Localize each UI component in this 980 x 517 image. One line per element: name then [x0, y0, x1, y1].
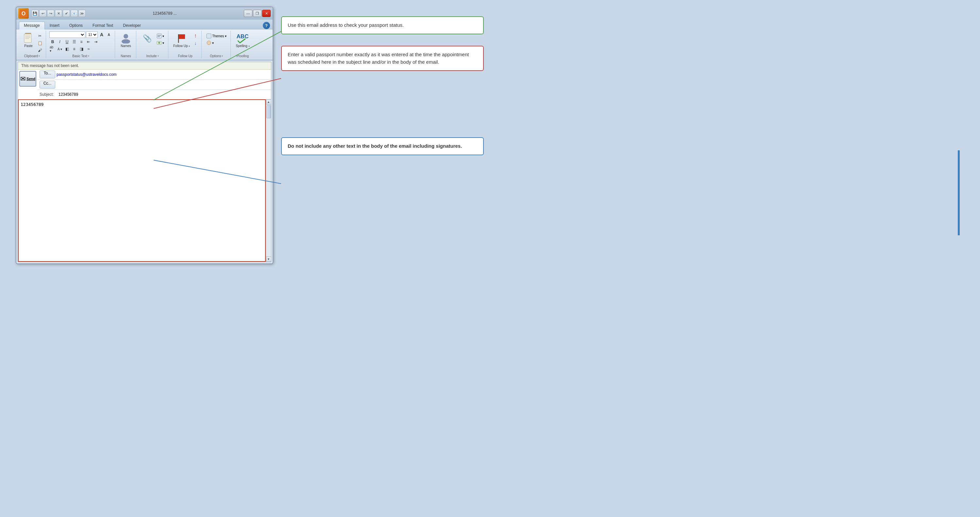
redo-quick-btn[interactable]: ↪ [47, 10, 54, 17]
compose-header: ✉ Send To... Cc... Subject: [18, 70, 271, 99]
message-area: This message has not been sent. ✉ Send T… [18, 62, 271, 262]
outdent-button[interactable]: ⇤ [85, 38, 92, 45]
align-center-button[interactable]: ≡ [71, 46, 78, 52]
options-btn-2[interactable]: ▾ [205, 40, 228, 46]
font-family-select[interactable] [49, 31, 85, 38]
svg-rect-10 [157, 33, 161, 38]
help-button[interactable]: ? [263, 22, 270, 29]
send-btn-label: Send [27, 77, 35, 81]
attach-file-button[interactable]: 📎 [140, 31, 154, 45]
underline-button[interactable]: U [64, 38, 70, 45]
high-priority-button[interactable]: ! [192, 33, 199, 39]
send-button[interactable]: ✉ Send [19, 71, 36, 87]
low-priority-button[interactable]: ↓ [192, 40, 199, 46]
check-quick-btn[interactable]: ✔ [63, 10, 70, 17]
align-left-button[interactable]: ◧ [64, 46, 70, 52]
tab-insert[interactable]: Insert [45, 22, 64, 29]
font-size-select[interactable]: 11 [86, 31, 98, 38]
scroll-thumb[interactable] [266, 105, 271, 118]
copy-button[interactable]: 📋 [37, 40, 43, 46]
svg-text:↓: ↓ [194, 41, 197, 46]
clipboard-expand-icon[interactable]: ▾ [38, 54, 40, 57]
spelling-button[interactable]: ABC Spelling ▾ [234, 31, 251, 49]
tab-message[interactable]: Message [19, 22, 45, 29]
outlook-window: O 💾 ↩ ↪ ✕ ✔ 📧 ≫ 123456789 ... — ❐ ✕ Mess… [16, 6, 273, 264]
to-button[interactable]: To... [40, 71, 55, 78]
tab-options[interactable]: Options [64, 22, 88, 29]
address-fields: To... Cc... Subject: [38, 70, 271, 99]
spelling-label: Spelling ▾ [236, 44, 250, 48]
italic-button[interactable]: I [57, 38, 63, 45]
numbered-list-button[interactable]: ≡ [78, 38, 85, 45]
svg-text:📎: 📎 [143, 34, 152, 43]
svg-point-20 [207, 41, 211, 45]
annotation-blue-box: Do not include any other text in the bod… [281, 137, 484, 155]
insert-item-2-button[interactable]: ▾ [155, 40, 165, 46]
restore-button[interactable]: ❐ [253, 10, 261, 17]
delete-quick-btn[interactable]: ✕ [55, 10, 62, 17]
scroll-up-button[interactable]: ▲ [266, 99, 271, 105]
outlook-logo: O [18, 8, 29, 19]
highlight-button[interactable]: ab ▾ [49, 46, 56, 52]
proofing-group-label: Proofing [237, 54, 249, 58]
names-icon [120, 32, 132, 44]
increase-font-button[interactable]: A [99, 31, 105, 38]
follow-up-label: Follow Up ▾ [173, 44, 190, 48]
annotation-green-text: Use this email address to check your pas… [288, 22, 404, 28]
basic-text-content: 11 A A B I U ☰ ≡ ⇤ ⇥ [49, 31, 112, 54]
cut-button[interactable]: ✂ [37, 33, 43, 39]
basic-text-expand-icon[interactable]: ▾ [88, 54, 89, 57]
follow-up-button[interactable]: Follow Up ▾ [172, 31, 192, 49]
options-group-label: Options ▾ [210, 54, 223, 58]
insert-item-1-button[interactable]: ▾ [155, 33, 165, 39]
svg-point-8 [122, 39, 130, 43]
cc-button[interactable]: Cc... [40, 81, 55, 89]
cc-input[interactable] [57, 81, 269, 88]
format-btn-extra[interactable]: ≈ [85, 46, 92, 52]
spelling-icon: ABC [237, 32, 248, 44]
save-quick-btn[interactable]: 💾 [31, 10, 38, 17]
minimize-button[interactable]: — [244, 10, 252, 17]
tab-developer[interactable]: Developer [118, 22, 146, 29]
quick-access-toolbar: 💾 ↩ ↪ ✕ ✔ 📧 ≫ [31, 10, 86, 17]
svg-rect-5 [25, 37, 30, 38]
options-content: Themes ▾ ▾ [205, 31, 228, 54]
more-quick-btn[interactable]: ≫ [78, 10, 86, 17]
svg-rect-12 [158, 36, 160, 37]
subject-input[interactable] [59, 91, 269, 98]
include-expand-icon[interactable]: ▾ [158, 54, 159, 57]
scrollbar[interactable]: ▲ ▼ [266, 99, 271, 262]
options-btn-1[interactable]: Themes ▾ [205, 33, 228, 39]
send-button-area: ✉ Send [18, 70, 38, 99]
clipboard-label: Clipboard ▾ [24, 54, 40, 58]
annotation-red-text: Enter a valid passport number exactly as… [288, 52, 469, 65]
close-button[interactable]: ✕ [262, 10, 270, 17]
format-painter-button[interactable]: 🖌 [37, 47, 43, 54]
ribbon-group-include: 📎 ▾ ▾ [137, 31, 169, 59]
options-expand-icon[interactable]: ▾ [222, 54, 223, 57]
indent-button[interactable]: ⇥ [92, 38, 99, 45]
paste-button[interactable]: Paste [21, 31, 36, 49]
undo-quick-btn[interactable]: ↩ [39, 10, 46, 17]
ribbon-group-follow-up: Follow Up ▾ ! ↓ [169, 31, 202, 59]
scroll-down-button[interactable]: ▼ [266, 256, 271, 262]
not-sent-bar: This message has not been sent. [18, 62, 271, 70]
font-color-button[interactable]: A ▾ [57, 46, 63, 52]
send-quick-btn[interactable]: 📧 [71, 10, 78, 17]
svg-text:O: O [22, 11, 25, 16]
to-input[interactable] [57, 71, 269, 78]
svg-text:ABC: ABC [237, 33, 248, 40]
email-body-textarea[interactable]: 123456789 [18, 99, 266, 262]
flag-icon [176, 32, 188, 44]
bullets-button[interactable]: ☰ [71, 38, 78, 45]
scroll-track [266, 105, 271, 256]
decrease-font-button[interactable]: A [106, 31, 112, 38]
tab-format-text[interactable]: Format Text [88, 22, 118, 29]
names-group-label: Names [121, 54, 131, 58]
annotation-red-box: Enter a valid passport number exactly as… [281, 46, 484, 71]
names-button[interactable]: Names [118, 31, 134, 49]
bold-button[interactable]: B [49, 38, 56, 45]
ribbon-group-proofing: ABC Spelling ▾ Proofing [231, 31, 254, 59]
align-right-button[interactable]: ◨ [78, 46, 85, 52]
follow-up-group-label: Follow Up [178, 54, 192, 58]
